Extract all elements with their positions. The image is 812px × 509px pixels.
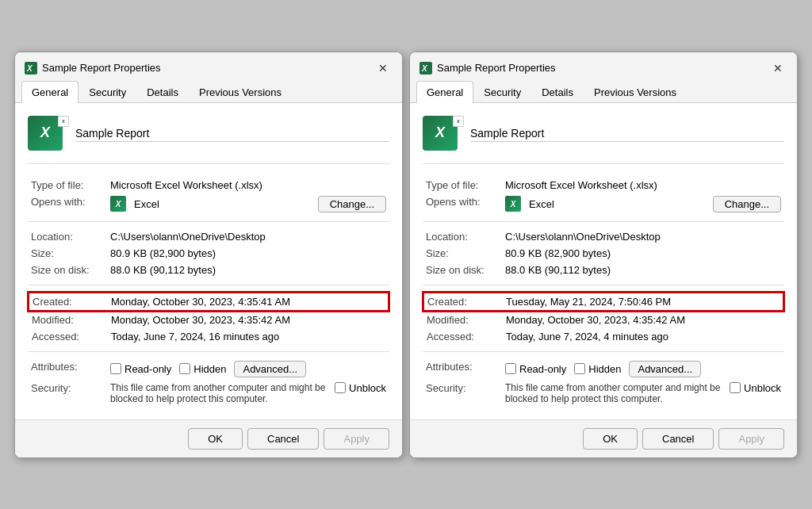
location-label-1: Location: (28, 228, 107, 245)
size-label-1: Size: (28, 245, 107, 262)
security-value-2: This file came from another computer and… (502, 380, 784, 407)
security-value-1: This file came from another computer and… (107, 380, 389, 407)
excel-icon-2: x (423, 116, 461, 154)
created-value-1: Monday, October 30, 2023, 4:35:41 AM (108, 293, 389, 311)
ok-button-1[interactable]: OK (188, 428, 243, 450)
created-row-2: Created: Tuesday, May 21, 2024, 7:50:46 … (423, 293, 783, 311)
unblock-label-2[interactable]: Unblock (730, 382, 781, 394)
info-table-2b: Location: C:\Users\olann\OneDrive\Deskto… (423, 228, 784, 278)
hidden-checkbox-label-1[interactable]: Hidden (179, 363, 226, 375)
file-header-1: x Sample Report (28, 116, 389, 164)
unblock-checkbox-1[interactable] (335, 382, 346, 393)
type-row-2: Type of file: Microsoft Excel Worksheet … (423, 177, 784, 193)
svg-text:X: X (421, 64, 428, 73)
ok-button-2[interactable]: OK (583, 428, 638, 450)
hidden-checkbox-label-2[interactable]: Hidden (574, 363, 621, 375)
accessed-value-1: Today, June 7, 2024, 16 minutes ago (108, 328, 389, 345)
attributes-value-1: Read-only Hidden Advanced... (107, 358, 389, 380)
attributes-label-1: Attributes: (28, 358, 107, 380)
title-bar-1: X Sample Report Properties ✕ (15, 52, 402, 81)
attributes-row-2: Attributes: Read-only Hidden Advance (423, 358, 784, 380)
dialog-footer-1: OK Cancel Apply (15, 419, 402, 457)
info-table-1: Type of file: Microsoft Excel Worksheet … (28, 177, 389, 215)
tab-details-2[interactable]: Details (531, 81, 584, 103)
file-name-1: Sample Report (75, 127, 389, 142)
readonly-checkbox-2[interactable] (505, 363, 516, 374)
size-on-disk-row-2: Size on disk: 88.0 KB (90,112 bytes) (423, 262, 784, 278)
size-on-disk-value-2: 88.0 KB (90,112 bytes) (502, 262, 784, 278)
type-value-2: Microsoft Excel Worksheet (.xlsx) (502, 177, 784, 193)
tab-security-1[interactable]: Security (79, 81, 136, 103)
close-button-1[interactable]: ✕ (373, 59, 393, 78)
unblock-checkbox-2[interactable] (730, 382, 741, 393)
cancel-button-1[interactable]: Cancel (247, 428, 319, 450)
modified-value-1: Monday, October 30, 2023, 4:35:42 AM (108, 311, 389, 328)
security-row-2: Security: This file came from another co… (423, 380, 784, 407)
apply-button-2[interactable]: Apply (718, 428, 784, 450)
security-text-2: This file came from another computer and… (505, 382, 723, 404)
security-label-2: Security: (423, 380, 502, 407)
dialog-footer-2: OK Cancel Apply (410, 419, 797, 457)
content-1: x Sample Report Type of file: Microsoft … (15, 103, 402, 419)
tab-previous-versions-1[interactable]: Previous Versions (189, 81, 292, 103)
opens-with-label-2: Opens with: (423, 193, 502, 215)
cancel-button-2[interactable]: Cancel (642, 428, 714, 450)
advanced-button-1[interactable]: Advanced... (234, 361, 306, 377)
size-row-1: Size: 80.9 KB (82,900 bytes) (28, 245, 389, 262)
tab-general-1[interactable]: General (21, 81, 79, 103)
dialog-1: X Sample Report Properties ✕ General Sec… (14, 52, 403, 458)
size-label-2: Size: (423, 245, 502, 262)
title-bar-left-1: X Sample Report Properties (25, 62, 161, 75)
tab-security-2[interactable]: Security (473, 81, 531, 103)
info-table-2d: Attributes: Read-only Hidden Advance (423, 358, 784, 407)
excel-icon-corner-2: x (453, 116, 464, 127)
readonly-checkbox-1[interactable] (110, 363, 121, 374)
hidden-label-1: Hidden (193, 363, 226, 375)
file-header-2: x Sample Report (423, 116, 784, 164)
unblock-text-2: Unblock (744, 382, 781, 394)
dialog-title-1: Sample Report Properties (42, 62, 161, 74)
dialogs-container: X Sample Report Properties ✕ General Sec… (0, 36, 812, 474)
dialog-title-2: Sample Report Properties (437, 62, 556, 74)
hidden-checkbox-2[interactable] (574, 363, 585, 374)
apply-button-1[interactable]: Apply (324, 428, 389, 450)
content-2: x Sample Report Type of file: Microsoft … (410, 103, 797, 419)
svg-text:X: X (26, 64, 33, 73)
security-row-1: Security: This file came from another co… (28, 380, 389, 407)
opens-with-row-1: Opens with: X Excel Change... (28, 193, 389, 215)
opens-with-value-1: X Excel Change... (107, 193, 389, 215)
created-label-1: Created: (29, 293, 108, 311)
size-on-disk-label-1: Size on disk: (28, 262, 107, 278)
unblock-label-1[interactable]: Unblock (335, 382, 386, 394)
size-value-1: 80.9 KB (82,900 bytes) (107, 245, 389, 262)
close-button-2[interactable]: ✕ (768, 59, 787, 78)
info-table-1d: Attributes: Read-only Hidden Advance (28, 358, 389, 407)
type-label-1: Type of file: (28, 177, 107, 193)
advanced-button-2[interactable]: Advanced... (629, 361, 701, 377)
unblock-text-1: Unblock (349, 382, 386, 394)
info-table-1b: Location: C:\Users\olann\OneDrive\Deskto… (28, 228, 389, 278)
dialog-2: X Sample Report Properties ✕ General Sec… (409, 52, 798, 458)
separator-2a (423, 221, 784, 222)
tab-previous-versions-2[interactable]: Previous Versions (584, 81, 687, 103)
security-label-1: Security: (28, 380, 107, 407)
accessed-label-1: Accessed: (29, 328, 108, 345)
excel-titlebar-icon-2: X (419, 62, 432, 75)
readonly-checkbox-label-2[interactable]: Read-only (505, 363, 566, 375)
accessed-row-1: Accessed: Today, June 7, 2024, 16 minute… (29, 328, 389, 345)
tab-general-2[interactable]: General (416, 81, 473, 103)
type-value-1: Microsoft Excel Worksheet (.xlsx) (107, 177, 389, 193)
change-button-2[interactable]: Change... (713, 196, 781, 212)
opens-with-label-1: Opens with: (28, 193, 107, 215)
file-name-2: Sample Report (470, 127, 784, 142)
tab-details-1[interactable]: Details (136, 81, 189, 103)
size-on-disk-value-1: 88.0 KB (90,112 bytes) (107, 262, 389, 278)
change-button-1[interactable]: Change... (318, 196, 386, 212)
hidden-checkbox-1[interactable] (179, 363, 190, 374)
separator-1c (28, 351, 389, 352)
created-label-2: Created: (423, 293, 503, 311)
excel-titlebar-icon-1: X (25, 62, 37, 75)
separator-2b (423, 285, 784, 285)
readonly-checkbox-label-1[interactable]: Read-only (110, 363, 171, 375)
created-value-2: Tuesday, May 21, 2024, 7:50:46 PM (503, 293, 783, 311)
